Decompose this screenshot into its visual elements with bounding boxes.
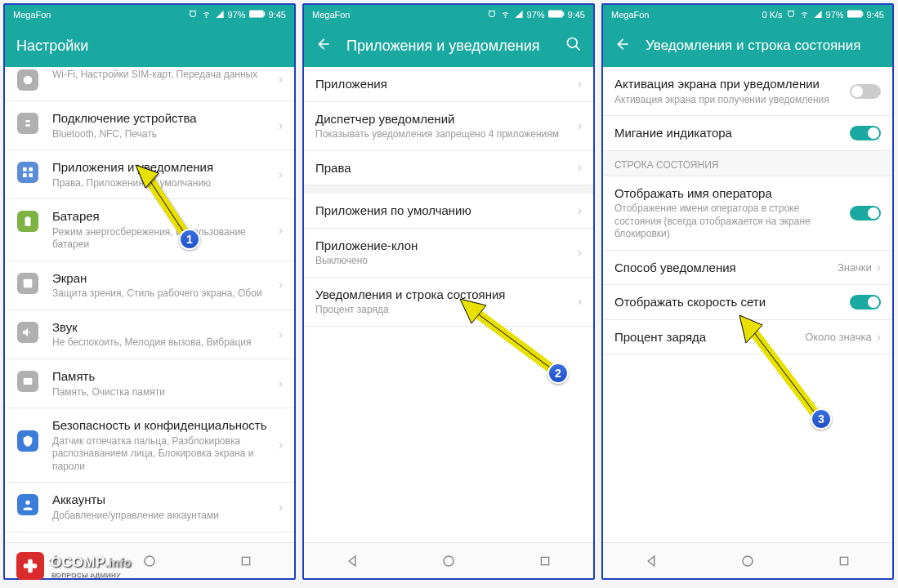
title-bar: Приложения и уведомления [304, 24, 593, 67]
chevron-right-icon: › [279, 72, 283, 87]
svg-point-19 [743, 556, 753, 566]
toggle-switch[interactable] [850, 295, 881, 310]
wifi-icon [201, 10, 212, 20]
nav-bar [304, 542, 593, 578]
chevron-right-icon: › [578, 160, 582, 175]
row-label: Активация экрана при уведомлении [614, 76, 850, 92]
notif-row-method[interactable]: Способ уведомления Значки › [603, 251, 892, 286]
notif-row-blink[interactable]: Мигание индикатора [603, 116, 892, 151]
apps-row-default-apps[interactable]: Приложения по умолчанию › [304, 185, 593, 229]
settings-row-management[interactable]: УправлениеСпец. возможности › [5, 532, 294, 542]
notif-row-activate-screen[interactable]: Активация экрана при уведомленииАктиваци… [603, 67, 892, 116]
back-button[interactable] [315, 36, 332, 56]
notif-row-net-speed[interactable]: Отображать скорость сети [603, 285, 892, 320]
phone-screen-1: MegaFon 97% 9:45 Настройки Wi-Fi, Настро… [3, 3, 296, 580]
carrier-label: MegaFon [13, 10, 188, 20]
accounts-icon [16, 493, 39, 516]
apps-row-permissions[interactable]: Права › [304, 151, 593, 186]
apps-row-notif-manager[interactable]: Диспетчер уведомленийПоказывать уведомле… [304, 102, 593, 151]
page-title: Уведомления и строка состояния [646, 38, 881, 54]
row-sub: Память, Очистка памяти [52, 386, 279, 399]
apps-row-notif-statusbar[interactable]: Уведомления и строка состоянияПроцент за… [304, 278, 593, 327]
row-sub: Не беспокоить, Мелодия вызова, Вибрация [52, 336, 279, 350]
svg-point-14 [568, 38, 578, 47]
notif-row-operator-name[interactable]: Отображать имя оператораОтображение имен… [603, 176, 892, 251]
row-label: Приложения по умолчанию [315, 203, 578, 219]
row-label: Безопасность и конфиденциальность [52, 417, 279, 434]
row-label: Способ уведомления [614, 260, 838, 276]
settings-row-battery[interactable]: БатареяРежим энергосбережения, Использов… [5, 199, 294, 261]
page-title: Настройки [16, 38, 283, 55]
svg-rect-1 [263, 12, 265, 16]
apps-list[interactable]: Приложения › Диспетчер уведомленийПоказы… [304, 67, 593, 542]
notif-row-battery-pct[interactable]: Процент заряда Около значка › [603, 320, 892, 355]
toggle-switch[interactable] [850, 126, 881, 140]
security-icon [16, 430, 39, 452]
watermark-text-1: OCOMP [51, 555, 105, 570]
battery-icon [249, 10, 266, 20]
search-button[interactable] [565, 36, 582, 56]
row-label: Приложение-клон [315, 238, 578, 254]
phone-screen-3: MegaFon 0 K/s 97% 9:45 Уведомления и стр… [601, 3, 894, 580]
chevron-right-icon: › [578, 77, 582, 91]
toggle-switch[interactable] [850, 84, 881, 99]
row-sub: Отображение имени оператора в строке сос… [614, 203, 850, 241]
nav-back-button[interactable] [640, 550, 663, 572]
settings-list[interactable]: Wi-Fi, Настройки SIM-карт, Передача данн… [5, 67, 294, 542]
svg-rect-8 [24, 378, 33, 385]
battery-pct: 97% [527, 10, 545, 20]
settings-row-security[interactable]: Безопасность и конфиденциальностьДатчик … [5, 408, 294, 483]
svg-rect-25 [24, 564, 38, 568]
svg-rect-18 [861, 12, 863, 16]
chevron-right-icon: › [279, 376, 283, 391]
settings-row-connection[interactable]: Подключение устройстваBluetooth, NFC, Пе… [5, 101, 294, 150]
wifi-settings-icon [16, 69, 39, 91]
nav-home-button[interactable] [736, 550, 759, 572]
chevron-right-icon: › [279, 438, 283, 452]
row-value: Значки [838, 261, 872, 274]
apps-row-applications[interactable]: Приложения › [304, 67, 593, 102]
chevron-right-icon: › [279, 327, 283, 342]
carrier-label: MegaFon [611, 10, 762, 20]
svg-rect-16 [541, 557, 548, 564]
row-sub: Права, Приложения по умолчанию [52, 177, 279, 190]
settings-row-display[interactable]: ЭкранЗащита зрения, Стиль рабочего экран… [5, 261, 294, 310]
battery-pct: 97% [826, 10, 844, 20]
sound-icon [16, 321, 39, 344]
nav-back-button[interactable] [341, 550, 364, 572]
back-button[interactable] [614, 36, 631, 56]
storage-icon [16, 370, 39, 393]
chevron-right-icon: › [578, 294, 582, 309]
annotation-badge-2: 2 [547, 363, 569, 384]
row-label: Отображать скорость сети [614, 294, 850, 310]
svg-rect-5 [23, 173, 27, 177]
display-icon [16, 272, 39, 295]
nav-recent-button[interactable] [833, 550, 856, 572]
row-sub: Выключено [315, 255, 578, 268]
settings-row-sound[interactable]: ЗвукНе беспокоить, Мелодия вызова, Вибра… [5, 310, 294, 359]
battery-settings-icon [16, 210, 39, 233]
row-label: Приложения [315, 76, 578, 92]
chevron-right-icon: › [578, 118, 582, 133]
settings-row-accounts[interactable]: АккаунтыДобавление/управление аккаунтами… [5, 483, 294, 532]
nav-recent-button[interactable] [534, 550, 556, 572]
time-label: 9:45 [867, 10, 884, 20]
row-label: Звук [52, 319, 279, 336]
notif-list[interactable]: Активация экрана при уведомленииАктиваци… [603, 67, 892, 542]
settings-row-storage[interactable]: ПамятьПамять, Очистка памяти › [5, 359, 294, 408]
toggle-switch[interactable] [850, 206, 881, 220]
svg-rect-20 [840, 557, 847, 564]
nav-home-button[interactable] [138, 550, 161, 572]
battery-icon [847, 10, 864, 20]
nav-home-button[interactable] [437, 550, 460, 572]
row-value: Около значка [805, 331, 872, 343]
svg-rect-3 [23, 167, 27, 172]
section-header: СТРОКА СОСТОЯНИЯ [603, 151, 892, 176]
row-label: Процент заряда [614, 329, 805, 345]
settings-row-apps[interactable]: Приложения и уведомленияПрава, Приложени… [5, 150, 294, 199]
settings-row-wifi[interactable]: Wi-Fi, Настройки SIM-карт, Передача данн… [5, 67, 294, 101]
alarm-icon [487, 9, 497, 20]
chevron-right-icon: › [279, 500, 283, 514]
nav-recent-button[interactable] [235, 550, 257, 572]
apps-row-clone[interactable]: Приложение-клонВыключено › [304, 229, 593, 278]
